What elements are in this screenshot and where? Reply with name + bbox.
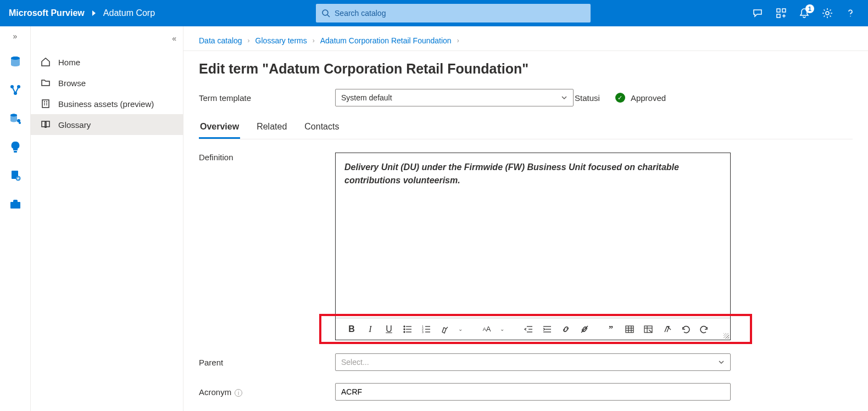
page-title: Edit term "Adatum Corporation Retail Fou… [183, 51, 868, 89]
svg-text:3: 3 [422, 330, 424, 334]
settings-icon[interactable] [821, 7, 834, 20]
workspace-name[interactable]: Adatum Corp [103, 8, 155, 18]
chevron-down-icon[interactable]: ⌄ [452, 321, 469, 337]
rail-insights-icon[interactable] [8, 139, 23, 155]
bold-button[interactable]: B [343, 321, 360, 337]
svg-point-30 [404, 326, 405, 327]
top-bar: Microsoft Purview Adatum Corp 1 [0, 0, 868, 26]
rail-management-icon[interactable] [8, 196, 23, 212]
svg-point-0 [322, 10, 328, 15]
caret-right-icon [92, 10, 96, 16]
sidebar-item-glossary[interactable]: Glossary [31, 114, 183, 135]
term-tabs: Overview Related Contacts [199, 119, 853, 139]
svg-point-15 [19, 122, 21, 124]
svg-rect-2 [777, 9, 780, 12]
status-label: Statusi [575, 93, 600, 103]
chevron-down-icon [718, 359, 725, 365]
outdent-button[interactable] [520, 321, 537, 337]
svg-point-5 [826, 12, 829, 15]
search-catalog-input[interactable] [316, 4, 591, 22]
info-icon[interactable]: i [598, 93, 600, 103]
collections-icon[interactable] [775, 7, 788, 20]
svg-line-1 [327, 15, 330, 17]
quote-button[interactable]: ” [603, 321, 619, 337]
expand-rail-icon[interactable]: » [13, 32, 18, 41]
search-input-field[interactable] [335, 9, 585, 18]
left-rail: » [0, 26, 31, 411]
link-button[interactable] [558, 321, 574, 337]
tab-related[interactable]: Related [255, 119, 288, 139]
resize-handle-icon[interactable] [724, 333, 729, 339]
search-icon [321, 9, 330, 18]
bullet-list-button[interactable] [399, 321, 416, 337]
definition-textarea[interactable]: Delivery Unit (DU) under the Firmwide (F… [336, 153, 730, 318]
indent-button[interactable] [539, 321, 555, 337]
italic-button[interactable]: I [362, 321, 379, 337]
rail-data-catalog-icon[interactable] [8, 54, 23, 69]
building-icon [41, 99, 51, 109]
chevron-right-icon: › [248, 37, 250, 44]
collapse-sidebar-icon[interactable]: « [172, 34, 176, 43]
rail-policy-icon[interactable] [8, 168, 23, 183]
sidebar-item-browse[interactable]: Browse [31, 72, 183, 93]
svg-rect-3 [782, 9, 786, 12]
help-icon[interactable] [844, 7, 857, 20]
book-icon [41, 120, 51, 130]
sidebar-item-home[interactable]: Home [31, 52, 183, 72]
term-template-select[interactable]: System default [335, 89, 574, 106]
chevron-down-icon [561, 94, 567, 101]
sidebar-item-label: Business assets (preview) [58, 99, 154, 109]
svg-rect-16 [14, 151, 17, 153]
notifications-icon[interactable]: 1 [798, 7, 811, 20]
clear-format-button[interactable] [659, 321, 675, 337]
sidebar-nav: « Home Browse Business assets (preview) … [31, 26, 183, 411]
acronym-input[interactable] [335, 383, 731, 401]
term-template-label: Term template [199, 93, 335, 103]
home-icon [41, 57, 51, 67]
sidebar-item-business-assets[interactable]: Business assets (preview) [31, 93, 183, 114]
redo-button[interactable] [696, 321, 713, 337]
sidebar-item-label: Browse [58, 78, 86, 88]
svg-rect-20 [42, 100, 49, 108]
feedback-icon[interactable] [752, 7, 765, 20]
svg-point-6 [850, 16, 851, 17]
svg-point-8 [11, 57, 20, 60]
info-icon[interactable]: i [235, 389, 242, 397]
unlink-button[interactable] [576, 321, 593, 337]
undo-button[interactable] [677, 321, 694, 337]
main-content: Data catalog › Glossary terms › Adatum C… [183, 26, 868, 411]
underline-button[interactable]: U [381, 321, 397, 337]
svg-point-32 [404, 331, 405, 333]
brand-name[interactable]: Microsoft Purview [9, 8, 85, 18]
parent-select[interactable]: Select... [335, 353, 731, 371]
svg-rect-46 [626, 326, 633, 333]
sidebar-item-label: Home [58, 58, 80, 67]
svg-point-13 [10, 114, 17, 117]
numbered-list-button[interactable]: 123 [418, 321, 435, 337]
breadcrumb: Data catalog › Glossary terms › Adatum C… [183, 26, 868, 51]
breadcrumb-data-catalog[interactable]: Data catalog [199, 36, 242, 45]
svg-rect-19 [10, 202, 20, 209]
parent-label: Parent [199, 358, 335, 367]
table-button[interactable] [621, 321, 638, 337]
rail-sources-icon[interactable] [8, 111, 23, 126]
tab-overview[interactable]: Overview [199, 119, 240, 139]
rich-text-toolbar: B I U 123 ⌄ AA ⌄ [336, 318, 730, 340]
breadcrumb-current-term[interactable]: Adatum Corporation Retail Foundation [320, 36, 452, 45]
term-template-value: System default [341, 93, 392, 102]
highlight-color-button[interactable] [437, 321, 453, 337]
tab-contacts[interactable]: Contacts [303, 119, 340, 139]
font-size-button[interactable]: AA [478, 321, 495, 337]
svg-rect-4 [777, 14, 780, 18]
rail-map-icon[interactable] [8, 82, 23, 98]
table-style-button[interactable] [640, 321, 656, 337]
notification-badge: 1 [805, 4, 814, 13]
sidebar-item-label: Glossary [58, 120, 91, 130]
definition-editor: Delivery Unit (DU) under the Firmwide (F… [335, 153, 731, 340]
status-approved-icon: ✓ [615, 93, 625, 103]
chevron-down-icon[interactable]: ⌄ [494, 321, 510, 337]
parent-placeholder: Select... [341, 358, 369, 367]
svg-point-31 [404, 329, 405, 330]
definition-label: Definition [199, 153, 335, 162]
breadcrumb-glossary-terms[interactable]: Glossary terms [255, 36, 307, 45]
